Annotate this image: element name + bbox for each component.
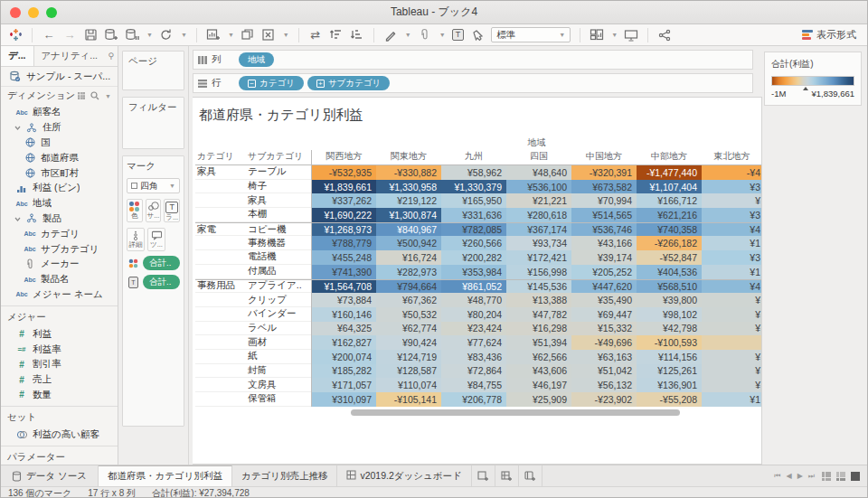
value-cell[interactable]: ¥70,994: [571, 193, 637, 208]
value-cell[interactable]: ¥77,624: [441, 335, 506, 350]
value-cell-clipped[interactable]: ¥1: [702, 236, 762, 250]
subcategory-cell[interactable]: コピー機: [246, 222, 311, 237]
value-cell[interactable]: ¥62,566: [506, 350, 571, 364]
value-cell[interactable]: ¥62,774: [376, 322, 441, 336]
color-button[interactable]: 色: [127, 199, 143, 222]
value-cell[interactable]: ¥621,216: [637, 208, 702, 222]
value-cell[interactable]: ¥455,248: [311, 250, 376, 265]
subcategory-cell[interactable]: ラベル: [246, 322, 311, 336]
tooltip-button[interactable]: ツ...: [147, 228, 165, 251]
value-cell[interactable]: ¥1,268,973: [311, 222, 376, 237]
value-cell-clipped[interactable]: ¥3: [702, 208, 762, 222]
subcategory-cell[interactable]: テーブル: [246, 165, 311, 180]
value-cell[interactable]: ¥136,901: [637, 378, 702, 392]
region-header-4[interactable]: 中国地方: [571, 150, 637, 165]
value-cell[interactable]: ¥1,300,874: [376, 208, 441, 222]
value-cell[interactable]: ¥47,782: [506, 307, 571, 322]
category-cell[interactable]: [195, 335, 246, 350]
marks-pill-0[interactable]: 合計..: [143, 256, 180, 270]
region-header-0[interactable]: 関西地方: [311, 150, 376, 165]
subcategory-cell[interactable]: 付属品: [246, 265, 311, 279]
value-cell[interactable]: ¥1,564,708: [311, 279, 376, 294]
dimensions-menu-caret-icon[interactable]: ▼: [105, 93, 111, 99]
value-cell[interactable]: ¥337,262: [311, 193, 376, 208]
refresh-caret-icon[interactable]: ▼: [181, 32, 187, 38]
value-cell[interactable]: ¥1,839,661: [311, 180, 376, 194]
category-cell[interactable]: [195, 293, 246, 307]
subcategory-cell[interactable]: 保管箱: [246, 392, 311, 407]
save-icon[interactable]: [83, 27, 98, 43]
subcategory-cell[interactable]: 封筒: [246, 364, 311, 379]
value-cell[interactable]: ¥310,097: [311, 392, 376, 407]
dimension-8[interactable]: Abcカテゴリ: [1, 226, 118, 241]
dimension-7[interactable]: 製品: [1, 211, 118, 227]
value-cell[interactable]: ¥35,490: [571, 293, 637, 307]
value-cell[interactable]: ¥93,734: [506, 236, 571, 250]
highlight-caret-icon[interactable]: ▼: [405, 32, 411, 38]
value-cell[interactable]: ¥67,362: [376, 293, 441, 307]
value-cell[interactable]: ¥514,565: [571, 208, 637, 222]
category-cell[interactable]: [195, 265, 246, 279]
group-caret-icon[interactable]: ▼: [439, 32, 446, 38]
value-cell[interactable]: -¥55,208: [637, 392, 702, 407]
rows-shelf[interactable]: 行 −カテゴリ+サブカテゴリ: [193, 73, 753, 93]
show-sheet-view-icon[interactable]: [851, 472, 860, 481]
value-cell[interactable]: ¥171,057: [311, 378, 376, 392]
value-cell[interactable]: ¥25,909: [506, 392, 571, 407]
value-cell[interactable]: ¥90,424: [376, 335, 441, 350]
value-cell[interactable]: -¥1,477,440: [637, 165, 702, 180]
sheet-tab-1[interactable]: カテゴリ別売上推移: [232, 465, 337, 486]
presentation-mode-icon[interactable]: [624, 27, 638, 43]
subcategory-cell[interactable]: クリップ: [246, 293, 311, 307]
subcategory-cell[interactable]: バインダー: [246, 307, 311, 322]
value-cell[interactable]: ¥788,779: [311, 236, 376, 250]
category-cell[interactable]: [195, 378, 246, 392]
value-cell[interactable]: ¥51,394: [506, 335, 571, 350]
value-cell[interactable]: ¥42,798: [637, 322, 702, 336]
clear-sheet-icon[interactable]: [261, 27, 276, 43]
pause-auto-updates-icon[interactable]: [125, 27, 139, 43]
value-cell[interactable]: ¥43,166: [571, 236, 637, 250]
dimension-10[interactable]: メーカー: [1, 257, 118, 272]
category-cell[interactable]: [195, 193, 246, 208]
value-cell[interactable]: -¥49,696: [571, 335, 637, 350]
value-cell[interactable]: ¥172,421: [506, 250, 571, 265]
category-cell[interactable]: [195, 250, 246, 265]
category-cell[interactable]: [195, 307, 246, 322]
value-cell[interactable]: -¥23,902: [571, 392, 637, 407]
value-cell[interactable]: ¥39,800: [637, 293, 702, 307]
category-cell[interactable]: 家電: [195, 222, 246, 237]
columns-shelf[interactable]: 列 地域: [193, 50, 753, 70]
measure-1[interactable]: =#利益率: [1, 342, 118, 357]
value-cell[interactable]: ¥13,388: [506, 293, 571, 307]
subcategory-cell[interactable]: 画材: [246, 335, 311, 350]
value-cell[interactable]: ¥23,424: [441, 322, 506, 336]
value-cell[interactable]: ¥200,074: [311, 350, 376, 364]
category-cell[interactable]: [195, 350, 246, 364]
value-cell[interactable]: ¥282,973: [376, 265, 441, 279]
show-me-cards-icon[interactable]: [590, 27, 604, 43]
category-cell[interactable]: [195, 364, 246, 379]
subcategory-cell[interactable]: 本棚: [246, 208, 311, 222]
value-cell[interactable]: ¥114,156: [637, 350, 702, 364]
pause-caret-icon[interactable]: ▼: [146, 32, 153, 38]
subcategory-cell[interactable]: 紙: [246, 350, 311, 364]
group-members-icon[interactable]: [418, 27, 432, 43]
region-header-6[interactable]: 東北地方: [702, 150, 762, 165]
category-cell[interactable]: [195, 392, 246, 407]
value-cell-clipped[interactable]: ¥: [702, 322, 762, 336]
prev-tab-icon[interactable]: ◀: [786, 472, 791, 480]
tab-data[interactable]: デ...: [1, 46, 34, 66]
value-cell[interactable]: ¥1,330,379: [441, 180, 506, 194]
new-worksheet-tab-button[interactable]: [472, 465, 495, 486]
value-cell[interactable]: ¥353,984: [441, 265, 506, 279]
dimension-5[interactable]: 利益 (ビン): [1, 181, 118, 196]
value-cell[interactable]: -¥266,182: [637, 236, 702, 250]
value-cell[interactable]: ¥51,042: [571, 364, 637, 379]
show-me-cards-caret-icon[interactable]: ▼: [611, 32, 618, 38]
clear-sheet-caret-icon[interactable]: ▼: [283, 32, 289, 38]
measure-3[interactable]: #売上: [1, 372, 118, 388]
show-mark-labels-icon[interactable]: T: [452, 29, 465, 41]
measure-0[interactable]: #利益: [1, 326, 118, 342]
region-header-5[interactable]: 中部地方: [637, 150, 702, 165]
